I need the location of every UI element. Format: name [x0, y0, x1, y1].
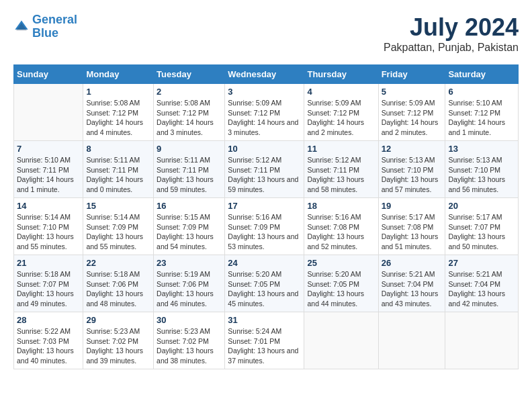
calendar-cell: 3Sunrise: 5:09 AMSunset: 7:12 PMDaylight…: [225, 84, 304, 141]
day-info: Sunrise: 5:24 AMSunset: 7:01 PMDaylight:…: [228, 326, 301, 366]
sunset-text: Sunset: 7:12 PM: [86, 108, 150, 118]
sunset-text: Sunset: 7:02 PM: [157, 336, 222, 347]
sunrise-text: Sunrise: 5:20 AM: [307, 269, 375, 279]
daylight-text: Daylight: 14 hours and 2 minutes.: [307, 118, 375, 137]
daylight-text: Daylight: 13 hours and 49 minutes.: [17, 289, 80, 308]
calendar-cell: 8Sunrise: 5:11 AMSunset: 7:11 PMDaylight…: [83, 141, 154, 198]
calendar-cell: 20Sunrise: 5:17 AMSunset: 7:07 PMDayligh…: [445, 198, 519, 255]
sunrise-text: Sunrise: 5:23 AM: [157, 326, 222, 336]
day-info: Sunrise: 5:17 AMSunset: 7:08 PMDaylight:…: [382, 212, 443, 252]
sunrise-text: Sunrise: 5:18 AM: [86, 269, 150, 279]
logo-icon: [13, 19, 30, 35]
sunset-text: Sunset: 7:02 PM: [86, 336, 150, 347]
sunrise-text: Sunrise: 5:12 AM: [307, 155, 375, 165]
day-number: 26: [382, 258, 443, 268]
sunrise-text: Sunrise: 5:16 AM: [228, 212, 301, 222]
daylight-text: Daylight: 13 hours and 53 minutes.: [228, 232, 301, 251]
sunset-text: Sunset: 7:11 PM: [157, 165, 222, 175]
daylight-text: Daylight: 13 hours and 55 minutes.: [17, 232, 80, 251]
logo: General Blue: [13, 13, 77, 40]
day-number: 24: [228, 258, 301, 268]
sunset-text: Sunset: 7:01 PM: [228, 336, 301, 347]
day-number: 3: [228, 87, 301, 97]
calendar-cell: [304, 312, 378, 369]
calendar-cell: 2Sunrise: 5:08 AMSunset: 7:12 PMDaylight…: [154, 84, 225, 141]
day-number: 1: [86, 87, 150, 97]
calendar-cell: 26Sunrise: 5:21 AMSunset: 7:04 PMDayligh…: [378, 255, 445, 312]
sunrise-text: Sunrise: 5:24 AM: [228, 326, 301, 336]
daylight-text: Daylight: 13 hours and 48 minutes.: [86, 289, 150, 308]
calendar-cell: 14Sunrise: 5:14 AMSunset: 7:10 PMDayligh…: [14, 198, 83, 255]
calendar-cell: 21Sunrise: 5:18 AMSunset: 7:07 PMDayligh…: [14, 255, 83, 312]
sunset-text: Sunset: 7:09 PM: [228, 222, 301, 232]
calendar-cell: 22Sunrise: 5:18 AMSunset: 7:06 PMDayligh…: [83, 255, 154, 312]
title-area: July 2024 Pakpattan, Punjab, Pakistan: [384, 13, 519, 54]
daylight-text: Daylight: 14 hours and 4 minutes.: [86, 118, 150, 137]
calendar-cell: 12Sunrise: 5:13 AMSunset: 7:10 PMDayligh…: [378, 141, 445, 198]
day-info: Sunrise: 5:09 AMSunset: 7:12 PMDaylight:…: [382, 98, 443, 138]
sunset-text: Sunset: 7:09 PM: [86, 222, 150, 232]
header: General Blue July 2024 Pakpattan, Punjab…: [13, 13, 519, 54]
day-info: Sunrise: 5:11 AMSunset: 7:11 PMDaylight:…: [157, 155, 222, 195]
day-info: Sunrise: 5:09 AMSunset: 7:12 PMDaylight:…: [307, 98, 375, 138]
day-info: Sunrise: 5:16 AMSunset: 7:09 PMDaylight:…: [228, 212, 301, 252]
calendar-cell: 9Sunrise: 5:11 AMSunset: 7:11 PMDaylight…: [154, 141, 225, 198]
calendar-cell: 29Sunrise: 5:23 AMSunset: 7:02 PMDayligh…: [83, 312, 154, 369]
daylight-text: Daylight: 13 hours and 59 minutes.: [157, 175, 222, 194]
calendar-cell: 15Sunrise: 5:14 AMSunset: 7:09 PMDayligh…: [83, 198, 154, 255]
sunrise-text: Sunrise: 5:10 AM: [17, 155, 80, 165]
daylight-text: Daylight: 13 hours and 45 minutes.: [228, 289, 301, 308]
daylight-text: Daylight: 13 hours and 43 minutes.: [382, 289, 443, 308]
daylight-text: Daylight: 13 hours and 50 minutes.: [448, 232, 515, 251]
calendar-week-row: 1Sunrise: 5:08 AMSunset: 7:12 PMDaylight…: [14, 84, 519, 141]
day-number: 5: [382, 87, 443, 97]
day-number: 17: [228, 201, 301, 211]
daylight-text: Daylight: 14 hours and 1 minute.: [17, 175, 80, 194]
weekday-header: Wednesday: [225, 65, 304, 84]
day-number: 16: [157, 201, 222, 211]
sunrise-text: Sunrise: 5:14 AM: [86, 212, 150, 222]
day-info: Sunrise: 5:11 AMSunset: 7:11 PMDaylight:…: [86, 155, 150, 195]
day-number: 28: [17, 315, 80, 325]
day-info: Sunrise: 5:18 AMSunset: 7:06 PMDaylight:…: [86, 269, 150, 309]
sunrise-text: Sunrise: 5:08 AM: [86, 98, 150, 108]
sunset-text: Sunset: 7:12 PM: [307, 108, 375, 118]
day-info: Sunrise: 5:14 AMSunset: 7:09 PMDaylight:…: [86, 212, 150, 252]
calendar-cell: 27Sunrise: 5:21 AMSunset: 7:04 PMDayligh…: [445, 255, 519, 312]
calendar-cell: 5Sunrise: 5:09 AMSunset: 7:12 PMDaylight…: [378, 84, 445, 141]
calendar-cell: 6Sunrise: 5:10 AMSunset: 7:12 PMDaylight…: [445, 84, 519, 141]
calendar-cell: 17Sunrise: 5:16 AMSunset: 7:09 PMDayligh…: [225, 198, 304, 255]
daylight-text: Daylight: 14 hours and 3 minutes.: [157, 118, 222, 137]
sunset-text: Sunset: 7:03 PM: [17, 336, 80, 347]
day-info: Sunrise: 5:23 AMSunset: 7:02 PMDaylight:…: [86, 326, 150, 366]
calendar-cell: 16Sunrise: 5:15 AMSunset: 7:09 PMDayligh…: [154, 198, 225, 255]
sunrise-text: Sunrise: 5:09 AM: [307, 98, 375, 108]
sunrise-text: Sunrise: 5:10 AM: [448, 98, 515, 108]
calendar-cell: [14, 84, 83, 141]
day-number: 22: [86, 258, 150, 268]
weekday-header: Sunday: [14, 65, 83, 84]
logo-line2: Blue: [32, 26, 58, 40]
sunset-text: Sunset: 7:12 PM: [382, 108, 443, 118]
sunset-text: Sunset: 7:07 PM: [448, 222, 515, 232]
sunset-text: Sunset: 7:10 PM: [382, 165, 443, 175]
sunset-text: Sunset: 7:11 PM: [307, 165, 375, 175]
daylight-text: Daylight: 13 hours and 52 minutes.: [307, 232, 375, 251]
day-info: Sunrise: 5:23 AMSunset: 7:02 PMDaylight:…: [157, 326, 222, 366]
day-number: 2: [157, 87, 222, 97]
sunrise-text: Sunrise: 5:14 AM: [17, 212, 80, 222]
calendar-cell: 23Sunrise: 5:19 AMSunset: 7:06 PMDayligh…: [154, 255, 225, 312]
daylight-text: Daylight: 14 hours and 1 minute.: [448, 118, 515, 137]
day-number: 9: [157, 144, 222, 154]
day-info: Sunrise: 5:10 AMSunset: 7:12 PMDaylight:…: [448, 98, 515, 138]
sunrise-text: Sunrise: 5:15 AM: [157, 212, 222, 222]
day-number: 4: [307, 87, 375, 97]
daylight-text: Daylight: 13 hours and 51 minutes.: [382, 232, 443, 251]
main-title: July 2024: [384, 13, 519, 42]
sunrise-text: Sunrise: 5:13 AM: [382, 155, 443, 165]
daylight-text: Daylight: 13 hours and 55 minutes.: [86, 232, 150, 251]
day-info: Sunrise: 5:09 AMSunset: 7:12 PMDaylight:…: [228, 98, 301, 138]
sunset-text: Sunset: 7:04 PM: [382, 279, 443, 289]
calendar-cell: 18Sunrise: 5:16 AMSunset: 7:08 PMDayligh…: [304, 198, 378, 255]
day-info: Sunrise: 5:21 AMSunset: 7:04 PMDaylight:…: [448, 269, 515, 309]
